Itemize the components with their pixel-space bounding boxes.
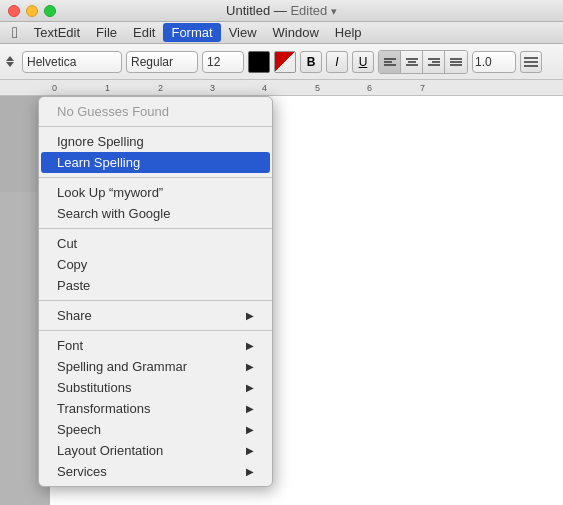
font-size-select[interactable]: 12 [202, 51, 244, 73]
align-justify-button[interactable] [445, 51, 467, 73]
menu-window[interactable]: Window [265, 23, 327, 42]
menu-item-search-google[interactable]: Search with Google [41, 203, 270, 224]
menu-item-transformations[interactable]: Transformations [41, 398, 270, 419]
menu-item-cut[interactable]: Cut [41, 233, 270, 254]
menu-item-share[interactable]: Share [41, 305, 270, 326]
menu-separator-2 [39, 177, 272, 178]
title-bar: Untitled — Edited ▾ [0, 0, 563, 22]
title-text: Untitled [226, 3, 270, 18]
toolbar: Helvetica Regular 12 B I U 1.0 [0, 44, 563, 80]
menu-format[interactable]: Format [163, 23, 220, 42]
context-menu: No Guesses Found Ignore Spelling Learn S… [38, 96, 273, 487]
menu-item-learn-spelling[interactable]: Learn Spelling [41, 152, 270, 173]
ruler-mark-2: 2 [158, 83, 163, 93]
ruler-mark-7: 7 [420, 83, 425, 93]
menu-item-paste[interactable]: Paste [41, 275, 270, 296]
menu-separator-5 [39, 330, 272, 331]
window-title: Untitled — Edited ▾ [226, 3, 337, 18]
menu-help[interactable]: Help [327, 23, 370, 42]
font-family-select[interactable]: Helvetica [22, 51, 122, 73]
font-style-select[interactable]: Regular [126, 51, 198, 73]
menu-item-font[interactable]: Font [41, 335, 270, 356]
underline-button[interactable]: U [352, 51, 374, 73]
ruler-mark-0: 0 [52, 83, 57, 93]
title-separator: — [274, 3, 291, 18]
ruler-mark-6: 6 [367, 83, 372, 93]
menu-textedit[interactable]: TextEdit [26, 23, 88, 42]
minimize-button[interactable] [26, 5, 38, 17]
menu-bar:  TextEdit File Edit Format View Window … [0, 22, 563, 44]
align-center-button[interactable] [401, 51, 423, 73]
italic-button[interactable]: I [326, 51, 348, 73]
ruler-mark-1: 1 [105, 83, 110, 93]
list-level-control[interactable] [6, 56, 14, 67]
menu-item-substitutions[interactable]: Substitutions [41, 377, 270, 398]
ruler: 0 1 2 3 4 5 6 7 [0, 80, 563, 96]
menu-item-spelling-grammar[interactable]: Spelling and Grammar [41, 356, 270, 377]
menu-item-no-guesses: No Guesses Found [41, 101, 270, 122]
align-right-button[interactable] [423, 51, 445, 73]
menu-item-ignore-spelling[interactable]: Ignore Spelling [41, 131, 270, 152]
menu-file[interactable]: File [88, 23, 125, 42]
text-color-swatch[interactable] [248, 51, 270, 73]
ruler-mark-4: 4 [262, 83, 267, 93]
indent-increase-icon [6, 56, 14, 61]
menu-edit[interactable]: Edit [125, 23, 163, 42]
menu-separator-4 [39, 300, 272, 301]
menu-item-speech[interactable]: Speech [41, 419, 270, 440]
alignment-controls [378, 50, 468, 74]
highlight-color-swatch[interactable] [274, 51, 296, 73]
edited-label: Edited [290, 3, 327, 18]
menu-separator-3 [39, 228, 272, 229]
menu-item-services[interactable]: Services [41, 461, 270, 482]
line-spacing-select[interactable]: 1.0 [472, 51, 516, 73]
list-style-button[interactable] [520, 51, 542, 73]
apple-menu[interactable]:  [4, 24, 26, 42]
title-chevron: ▾ [331, 5, 337, 17]
menu-item-look-up[interactable]: Look Up “myword” [41, 182, 270, 203]
menu-item-layout-orientation[interactable]: Layout Orientation [41, 440, 270, 461]
maximize-button[interactable] [44, 5, 56, 17]
close-button[interactable] [8, 5, 20, 17]
menu-separator-1 [39, 126, 272, 127]
ruler-mark-5: 5 [315, 83, 320, 93]
indent-decrease-icon [6, 62, 14, 67]
ruler-mark-3: 3 [210, 83, 215, 93]
menu-item-copy[interactable]: Copy [41, 254, 270, 275]
align-left-button[interactable] [379, 51, 401, 73]
bold-button[interactable]: B [300, 51, 322, 73]
menu-view[interactable]: View [221, 23, 265, 42]
traffic-lights [8, 5, 56, 17]
